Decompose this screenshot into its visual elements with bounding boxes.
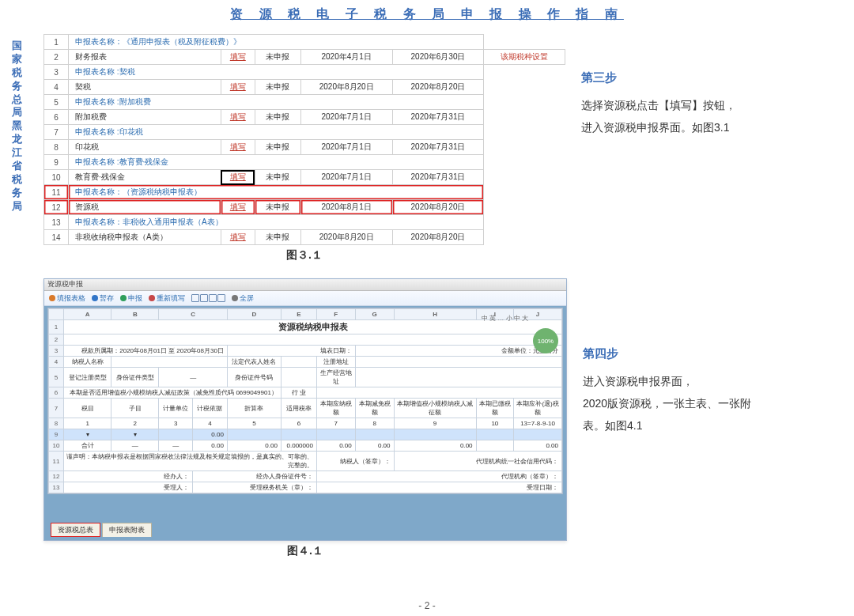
table-row: 9申报表名称 :教育费·残保金 (44, 155, 565, 170)
table-row: 10教育费·残保金填写未申报2020年7月1日2020年7月31日 (44, 170, 565, 185)
tax-name: 非税收纳税申报表（A类） (69, 230, 221, 245)
step-4-line2: 2020版资源税，一张主表、一张附 (583, 392, 751, 414)
table-row: 5申报表名称 :附加税费 (44, 95, 565, 110)
table-row: 2财务报表填写未申报2020年4月1日2020年6月30日该期税种设置 (44, 50, 565, 65)
toolbar-submit[interactable]: 申报 (120, 293, 142, 304)
fill-button[interactable]: 填写 (221, 230, 255, 245)
toolbar-reset[interactable]: 重新填写 (149, 293, 185, 304)
page-title: 资 源 税 电 子 税 务 局 申 报 操 作 指 南 (0, 6, 854, 23)
table-row: 13申报表名称：非税收入通用申报表（A表） (44, 215, 565, 230)
figure-4-1-screenshot: 资源税申报 填报表格 暂存 申报 重新填写 全屏 ABCDEFGHIJ (43, 278, 567, 541)
toolbar-zoom[interactable]: 全屏 (232, 293, 254, 304)
period-start: 2020年7月1日 (300, 140, 392, 155)
fill-button[interactable]: 填写 (221, 80, 255, 95)
tab-attachment-sheet[interactable]: 申报表附表 (102, 523, 152, 537)
status-cell: 未申报 (255, 80, 300, 95)
step-3-line2: 进入资源税申报界面。如图3.1 (581, 116, 736, 138)
toolbar-save[interactable]: 暂存 (92, 293, 114, 304)
section-header-link[interactable]: 申报表名称 :契税 (69, 65, 484, 80)
status-cell: 未申报 (255, 140, 300, 155)
period-end: 2020年8月20日 (392, 200, 484, 215)
page-number: - 2 - (0, 600, 854, 611)
period-start: 2020年8月20日 (300, 230, 392, 245)
figure-3-1-caption: 图３.１ (286, 248, 323, 263)
figure-3-1-table: 1申报表名称：《通用申报表（税及附征税费）》2财务报表填写未申报2020年4月1… (43, 34, 565, 245)
step-4-heading: 第四步 (583, 342, 751, 365)
step-4-text: 第四步 进入资源税申报界面， 2020版资源税，一张主表、一张附 表。如图4.1 (583, 342, 751, 436)
table-row: 3申报表名称 :契税 (44, 65, 565, 80)
fill-button[interactable]: 填写 (221, 170, 255, 185)
window-titlebar: 资源税申报 (44, 279, 566, 291)
step-4-line1: 进入资源税申报界面， (583, 370, 751, 392)
period-end: 2020年7月31日 (392, 110, 484, 125)
status-cell: 未申报 (255, 50, 300, 65)
period-start: 2020年8月1日 (300, 200, 392, 215)
table-row: 14非税收纳税申报表（A类）填写未申报2020年8月20日2020年8月20日 (44, 230, 565, 245)
toolbar: 填报表格 暂存 申报 重新填写 全屏 (44, 291, 566, 306)
toolbar-nav[interactable] (191, 294, 225, 302)
org-vertical-label: 国家税务总局黑龙江省税务局 (9, 40, 24, 214)
status-cell: 未申报 (255, 110, 300, 125)
table-row: 4契税填写未申报2020年8月20日2020年8月20日 (44, 80, 565, 95)
period-end: 2020年7月31日 (392, 140, 484, 155)
selected-row[interactable]: 9▾▾0.00 (49, 429, 562, 440)
period-start: 2020年4月1日 (300, 50, 392, 65)
table-row: 1申报表名称：《通用申报表（税及附征税费）》 (44, 35, 565, 50)
table-row: 7申报表名称 :印花税 (44, 125, 565, 140)
fill-button[interactable]: 填写 (221, 140, 255, 155)
period-end: 2020年6月30日 (392, 50, 484, 65)
tab-main-sheet[interactable]: 资源税总表 (51, 523, 100, 537)
ui-hint: 中 英 … 小 中 大 (473, 314, 528, 323)
step-4-line3: 表。如图4.1 (583, 414, 751, 436)
section-header-link[interactable]: 申报表名称：《通用申报表（税及附征税费）》 (69, 35, 484, 50)
section-header-link[interactable]: 申报表名称：（资源税纳税申报表） (69, 185, 484, 200)
fill-button[interactable]: 填写 (221, 50, 255, 65)
section-header-link[interactable]: 申报表名称 :附加税费 (69, 95, 484, 110)
table-row: 11申报表名称：（资源税纳税申报表） (44, 185, 565, 200)
period-start: 2020年7月1日 (300, 110, 392, 125)
status-cell: 未申报 (255, 170, 300, 185)
table-row: 6附加税费填写未申报2020年7月1日2020年7月31日 (44, 110, 565, 125)
status-cell: 未申报 (255, 200, 300, 215)
note-cell: 该期税种设置 (484, 50, 565, 65)
period-start: 2020年8月20日 (300, 80, 392, 95)
status-cell: 未申报 (255, 230, 300, 245)
tax-name: 印花税 (69, 140, 221, 155)
tax-name: 教育费·残保金 (69, 170, 221, 185)
toolbar-refresh[interactable]: 填报表格 (49, 293, 85, 304)
step-3-heading: 第三步 (581, 66, 736, 89)
step-3-text: 第三步 选择资源税点击【填写】按钮， 进入资源税申报界面。如图3.1 (581, 66, 736, 138)
figure-4-1-caption: 图４.１ (287, 544, 323, 558)
period-start: 2020年7月1日 (300, 170, 392, 185)
period-end: 2020年8月20日 (392, 230, 484, 245)
table-row: 8印花税填写未申报2020年7月1日2020年7月31日 (44, 140, 565, 155)
period-end: 2020年7月31日 (392, 170, 484, 185)
step-3-line1: 选择资源税点击【填写】按钮， (581, 94, 736, 116)
section-header-link[interactable]: 申报表名称 :教育费·残保金 (69, 155, 484, 170)
section-header-link[interactable]: 申报表名称 :印花税 (69, 125, 484, 140)
progress-badge: 100% (533, 328, 558, 353)
tax-name: 契税 (69, 80, 221, 95)
tax-name: 资源税 (69, 200, 221, 215)
fill-button[interactable]: 填写 (221, 110, 255, 125)
tax-name: 财务报表 (69, 50, 221, 65)
tax-name: 附加税费 (69, 110, 221, 125)
fill-button[interactable]: 填写 (221, 200, 255, 215)
table-row: 12资源税填写未申报2020年8月1日2020年8月20日 (44, 200, 565, 215)
spreadsheet: ABCDEFGHIJ 1资源税纳税申报表 2 3 税款所属期：2020年08月0… (47, 308, 563, 494)
section-header-link[interactable]: 申报表名称：非税收入通用申报表（A表） (69, 215, 484, 230)
period-end: 2020年8月20日 (392, 80, 484, 95)
